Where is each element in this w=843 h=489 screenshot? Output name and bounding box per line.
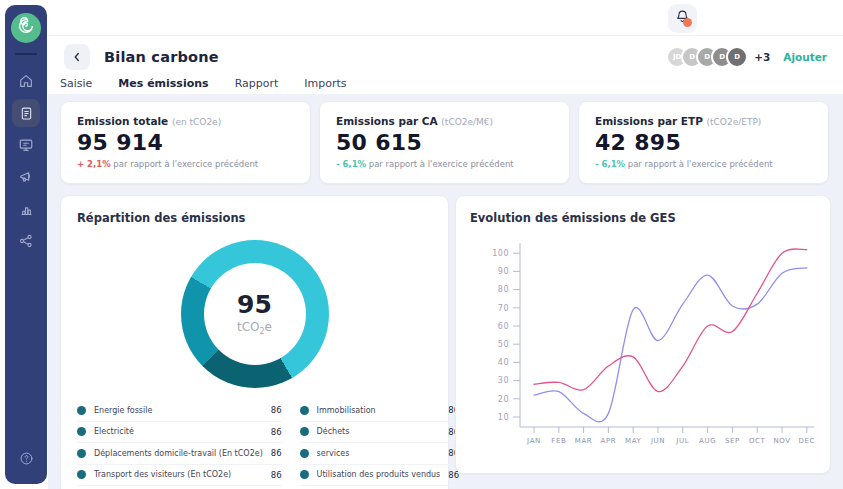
content-area: Emission totale (en tCO2e) 95 914 + 2,1%… bbox=[48, 94, 843, 489]
legend-value: 86 bbox=[271, 448, 282, 458]
svg-text:60: 60 bbox=[498, 322, 509, 331]
donut-chart[interactable]: 95 tCO2e bbox=[181, 240, 329, 388]
avatar-more-count: +3 bbox=[754, 51, 770, 63]
kpi-card-emissions-par-ca: Emissions par CA (tCO2e/M€) 50 615 - 6,1… bbox=[319, 101, 570, 184]
legend-row[interactable]: Energie fossile86 bbox=[77, 400, 282, 422]
kpi-delta-suffix: par rapport à l'exercice précédent bbox=[369, 159, 514, 169]
legend-row[interactable]: Déchets86 bbox=[300, 422, 459, 444]
page-header: Bilan carbone JDDDDD +3 Ajouter Saisie M… bbox=[48, 36, 843, 93]
svg-text:70: 70 bbox=[498, 304, 509, 313]
svg-text:MAR: MAR bbox=[575, 437, 593, 445]
legend-value: 86 bbox=[271, 470, 282, 480]
kpi-title: Emissions par CA bbox=[336, 115, 438, 127]
app-logo[interactable] bbox=[11, 13, 41, 43]
svg-text:80: 80 bbox=[498, 285, 509, 294]
help-button[interactable] bbox=[12, 444, 40, 472]
donut-center-value: 95 bbox=[237, 292, 272, 318]
svg-text:40: 40 bbox=[498, 358, 509, 367]
kpi-title: Emission totale bbox=[77, 115, 168, 127]
notification-dot bbox=[683, 18, 692, 27]
spiral-logo-icon bbox=[17, 17, 35, 39]
legend-dot-icon bbox=[77, 406, 86, 415]
svg-text:MAY: MAY bbox=[625, 437, 641, 445]
kpi-value: 42 895 bbox=[595, 130, 812, 155]
kpi-delta: - 6,1% bbox=[336, 159, 366, 169]
kpi-delta-suffix: par rapport à l'exercice précédent bbox=[628, 159, 773, 169]
notifications-button[interactable] bbox=[668, 4, 697, 33]
kpi-value: 95 914 bbox=[77, 130, 294, 155]
kpi-value: 50 615 bbox=[336, 130, 553, 155]
network-icon bbox=[18, 233, 34, 249]
legend-value: 86 bbox=[271, 427, 282, 437]
megaphone-icon bbox=[18, 169, 34, 185]
legend-row[interactable]: Utilisation des produits vendus86 bbox=[300, 465, 459, 487]
legend-row[interactable]: Electricité86 bbox=[77, 422, 282, 444]
line-chart-title: Evolution des émissions de GES bbox=[470, 211, 816, 225]
chevron-left-icon bbox=[71, 48, 83, 67]
legend-value: 86 bbox=[271, 405, 282, 415]
kpi-unit: (tCO2e/ETP) bbox=[707, 117, 762, 127]
svg-text:JUL: JUL bbox=[675, 437, 689, 445]
kpi-title: Emissions par ETP bbox=[595, 115, 703, 127]
add-member-button[interactable]: Ajouter bbox=[783, 51, 827, 63]
avatar[interactable]: D bbox=[726, 46, 748, 68]
svg-text:DEC: DEC bbox=[799, 437, 816, 445]
legend-dot-icon bbox=[300, 470, 309, 479]
avatar-stack[interactable]: JDDDDD bbox=[666, 46, 748, 68]
page-title: Bilan carbone bbox=[104, 49, 219, 65]
legend-row[interactable]: Immobilisation86 bbox=[300, 400, 459, 422]
svg-text:10: 10 bbox=[498, 413, 509, 422]
kpi-delta: - 6,1% bbox=[595, 159, 625, 169]
avatar-group: JDDDDD +3 Ajouter bbox=[666, 46, 827, 68]
repartition-card: Répartition des émissions 95 tCO2e Energ… bbox=[60, 195, 449, 489]
legend-dot-icon bbox=[77, 427, 86, 436]
svg-text:50: 50 bbox=[498, 340, 509, 349]
legend-dot-icon bbox=[300, 427, 309, 436]
sidebar-item-bilan[interactable] bbox=[12, 99, 40, 127]
svg-text:100: 100 bbox=[492, 249, 509, 258]
svg-text:APR: APR bbox=[601, 437, 617, 445]
sidebar-item-statistiques[interactable] bbox=[12, 195, 40, 223]
legend-label: Déplacements domicile-travail (En tCO2e) bbox=[94, 449, 263, 458]
evolution-card: Evolution des émissions de GES 102030405… bbox=[455, 195, 831, 474]
legend-dot-icon bbox=[300, 449, 309, 458]
sidebar-item-formation[interactable] bbox=[12, 131, 40, 159]
legend-row[interactable]: Déplacements domicile-travail (En tCO2e)… bbox=[77, 443, 282, 465]
legend-label: Immobilisation bbox=[317, 406, 441, 415]
sidebar-item-communication[interactable] bbox=[12, 163, 40, 191]
legend-label: Déchets bbox=[317, 427, 441, 436]
legend-row[interactable]: services86 bbox=[300, 443, 459, 465]
kpi-unit: (tCO2e/M€) bbox=[441, 117, 493, 127]
donut-chart-title: Répartition des émissions bbox=[77, 211, 432, 225]
legend-label: Transport des visiteurs (En tCO2e) bbox=[94, 470, 263, 479]
sidebar-divider bbox=[15, 53, 37, 55]
svg-text:JUN: JUN bbox=[650, 437, 665, 445]
legend-row[interactable]: Transport des visiteurs (En tCO2e)86 bbox=[77, 465, 282, 487]
kpi-delta-suffix: par rapport à l'exercice précédent bbox=[113, 159, 258, 169]
svg-text:NOV: NOV bbox=[773, 437, 790, 445]
legend-label: services bbox=[317, 449, 441, 458]
svg-text:OCT: OCT bbox=[749, 437, 766, 445]
svg-text:90: 90 bbox=[498, 267, 509, 276]
legend-label: Energie fossile bbox=[94, 406, 263, 415]
document-icon bbox=[19, 106, 34, 121]
sidebar-item-organisation[interactable] bbox=[12, 227, 40, 255]
donut-legend: Energie fossile86Immobilisation86Electri… bbox=[77, 400, 432, 489]
topbar bbox=[48, 0, 843, 36]
monitor-icon bbox=[18, 137, 34, 153]
line-chart[interactable]: 102030405060708090100JANFEBMARAPRMAYJUNJ… bbox=[470, 229, 818, 449]
svg-text:JAN: JAN bbox=[526, 437, 541, 445]
legend-dot-icon bbox=[77, 470, 86, 479]
home-icon bbox=[18, 73, 34, 89]
sidebar bbox=[5, 5, 47, 484]
kpi-unit: (en tCO2e) bbox=[172, 117, 221, 127]
legend-label: Utilisation des produits vendus bbox=[317, 470, 441, 479]
legend-dot-icon bbox=[300, 406, 309, 415]
app-root: Bilan carbone JDDDDD +3 Ajouter Saisie M… bbox=[0, 0, 843, 489]
back-button[interactable] bbox=[64, 44, 90, 70]
donut-center-unit: tCO2e bbox=[237, 320, 272, 336]
sidebar-item-home[interactable] bbox=[12, 67, 40, 95]
svg-text:20: 20 bbox=[498, 395, 509, 404]
svg-text:FEB: FEB bbox=[551, 437, 566, 445]
svg-text:AUG: AUG bbox=[699, 437, 716, 445]
